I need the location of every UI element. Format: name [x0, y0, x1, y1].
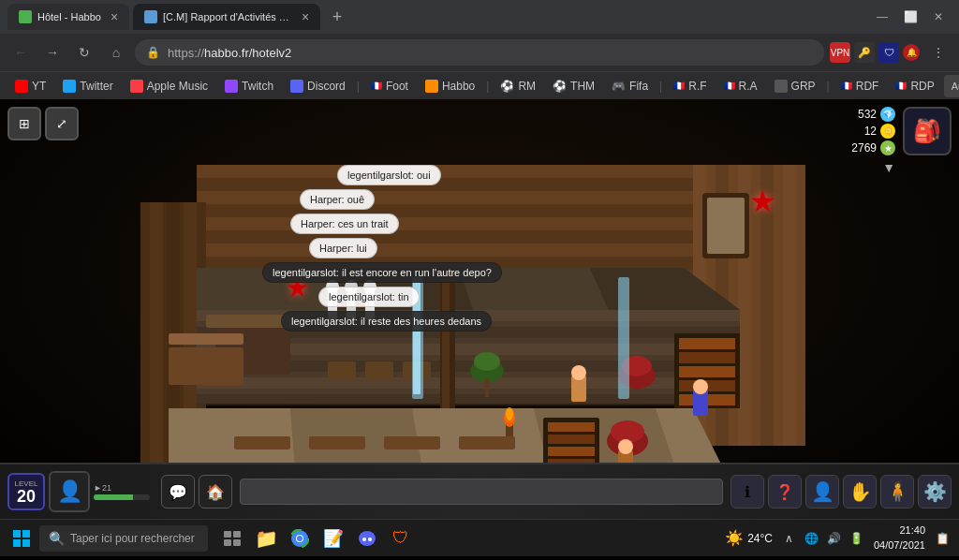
weather-sun-icon: ☀️	[725, 529, 744, 547]
svg-rect-95	[224, 531, 231, 538]
tray-network[interactable]: 🌐	[803, 529, 821, 548]
forward-button[interactable]: →	[39, 39, 66, 66]
bookmark-yt[interactable]: YT	[7, 75, 53, 97]
friends-button[interactable]: 👤	[805, 475, 839, 508]
chrome-icon	[290, 529, 309, 548]
pixels-value: 2769	[851, 141, 877, 155]
tab-habbo[interactable]: Hôtel - Habbo ×	[7, 4, 129, 30]
rm-bookmark-label: RM	[518, 80, 536, 93]
extensions-button[interactable]: ⋮	[925, 39, 952, 66]
discord-bookmark-icon	[290, 80, 303, 93]
bookmark-discord[interactable]: Discord	[283, 75, 353, 97]
taskbar-discord-app[interactable]	[354, 525, 380, 552]
bookmark-grp[interactable]: GRP	[767, 75, 823, 97]
bookmark-autres-favoris[interactable]: Autres favoris	[944, 75, 959, 97]
svg-rect-97	[224, 539, 231, 546]
bookmarks-bar: YT Twitter Apple Music Twitch Discord | …	[0, 71, 959, 99]
svg-rect-18	[783, 165, 796, 446]
settings-button[interactable]: ⚙️	[918, 475, 952, 508]
bag-icon: 🎒	[913, 118, 941, 144]
rf-flag-icon: 🇫🇷	[673, 81, 685, 91]
room-info-button[interactable]: 🏠	[199, 475, 232, 508]
clock-time: 21:40	[874, 523, 925, 538]
bell-ext-icon[interactable]: 🔔	[903, 44, 920, 61]
bookmark-twitter[interactable]: Twitter	[55, 75, 120, 97]
taskbar-chrome[interactable]	[287, 525, 313, 552]
key-ext-icon[interactable]: 🔑	[854, 42, 875, 63]
grp-bookmark-label: GRP	[791, 80, 816, 93]
svg-rect-91	[13, 530, 21, 538]
tab-rapport[interactable]: [C.M] Rapport d'Activités de henni? - ×	[133, 4, 320, 30]
new-tab-button[interactable]: +	[324, 4, 350, 30]
home-button[interactable]: ⌂	[103, 39, 129, 66]
chat-input[interactable]	[240, 479, 723, 505]
reload-button[interactable]: ↻	[71, 39, 97, 66]
bookmark-habbo[interactable]: Habbo	[418, 75, 482, 97]
chat-bubble-2: Harper: ouê	[300, 189, 375, 210]
chat-bubble-button[interactable]: 💬	[161, 475, 195, 508]
taskbar-search-icon: 🔍	[49, 531, 65, 546]
svg-rect-98	[233, 539, 241, 546]
browser-chrome: Hôtel - Habbo × [C.M] Rapport d'Activité…	[0, 0, 959, 99]
game-viewport[interactable]: ★ ★ legentilgarslot: oui Harper: ouê Har…	[0, 99, 959, 519]
svg-rect-59	[618, 277, 629, 399]
tray-battery[interactable]: 🔋	[848, 529, 866, 548]
back-button[interactable]: ←	[7, 39, 34, 66]
hand-button[interactable]: ✋	[843, 475, 877, 508]
bookmark-ra[interactable]: 🇫🇷 R.A	[716, 75, 765, 97]
taskbar-shield-app[interactable]: 🛡	[388, 525, 414, 552]
bookmark-fifa[interactable]: 🎮 Fifa	[604, 75, 656, 97]
inventory-button[interactable]: 🎒	[903, 107, 952, 155]
svg-rect-40	[679, 338, 735, 349]
rdf-flag-icon: 🇫🇷	[841, 81, 852, 91]
coins-value: 12	[864, 125, 877, 138]
svg-point-65	[693, 379, 708, 394]
fifa-bookmark-label: Fifa	[629, 80, 648, 93]
foot-bookmark-label: Foot	[386, 80, 408, 93]
svg-rect-94	[22, 539, 30, 547]
stats-expand-icon[interactable]: ▼	[882, 160, 895, 175]
character-button[interactable]: 🧍	[880, 475, 914, 508]
maximize-button[interactable]: ⬜	[897, 4, 923, 30]
start-button[interactable]	[7, 524, 36, 553]
yt-bookmark-icon	[15, 80, 28, 93]
chat-input-section	[240, 479, 723, 505]
shield-ext-icon[interactable]: 🛡	[878, 42, 899, 63]
bookmark-rf[interactable]: 🇫🇷 R.F	[666, 75, 714, 97]
tab-close-rapport[interactable]: ×	[302, 9, 309, 24]
taskbar-file-explorer[interactable]: 📁	[253, 525, 279, 552]
taskbar-task-view[interactable]	[219, 525, 245, 552]
address-bar[interactable]: 🔒 https://habbo.fr/hotelv2	[135, 39, 824, 66]
bookmark-thm[interactable]: ⚽ THM	[545, 75, 602, 97]
game-hud-bottom: LEVEL 20 👤 ►21 💬 🏠 ℹ ❓ �	[0, 463, 959, 519]
svg-rect-93	[13, 539, 21, 547]
svg-point-103	[359, 531, 376, 546]
bookmark-rdp[interactable]: 🇫🇷 RDP	[888, 75, 941, 97]
bookmark-twitch[interactable]: Twitch	[217, 75, 281, 97]
close-button[interactable]: ✕	[925, 4, 952, 30]
bookmark-rdf[interactable]: 🇫🇷 RDF	[834, 75, 887, 97]
discord-app-icon	[358, 529, 376, 548]
bookmark-rm[interactable]: ⚽ RM	[493, 75, 543, 97]
taskbar-vscode[interactable]: 📝	[320, 525, 347, 552]
taskbar-clock[interactable]: 21:40 04/07/2021	[874, 523, 925, 553]
bookmark-foot[interactable]: 🇫🇷 Foot	[363, 75, 416, 97]
discord-bookmark-label: Discord	[307, 80, 346, 93]
tray-volume[interactable]: 🔊	[825, 529, 844, 548]
help-button[interactable]: ❓	[768, 475, 802, 508]
taskbar-search-box[interactable]: 🔍 Taper ici pour rechercher	[39, 525, 208, 552]
rotate-room-button[interactable]: ⊞	[7, 107, 41, 140]
svg-point-53	[474, 352, 500, 371]
minimize-button[interactable]: —	[869, 4, 895, 30]
tab-close-habbo[interactable]: ×	[111, 9, 118, 24]
tray-chevron[interactable]: ∧	[780, 529, 799, 548]
tray-notifications[interactable]: 📋	[933, 529, 952, 548]
bookmark-applemusic[interactable]: Apple Music	[123, 75, 215, 97]
game-top-left-ui: ⊞ ⤢	[7, 107, 79, 140]
zoom-button[interactable]: ⤢	[45, 107, 79, 140]
info-button[interactable]: ℹ	[730, 475, 764, 508]
level-badge: LEVEL 20	[7, 473, 45, 510]
chat-toggle-buttons: 💬 🏠	[161, 475, 232, 508]
vpn-ext-icon[interactable]: VPN	[830, 42, 850, 63]
svg-rect-42	[679, 366, 735, 377]
